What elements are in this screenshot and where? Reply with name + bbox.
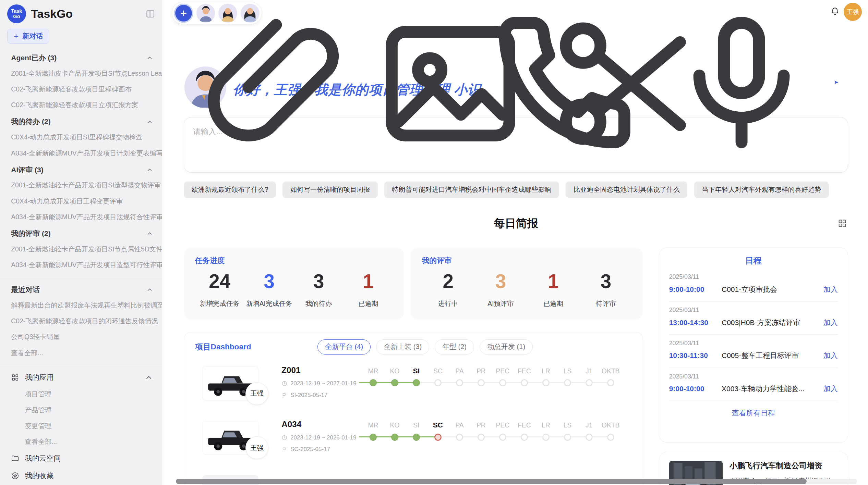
sidebar-collapse-icon[interactable] <box>146 9 155 18</box>
schedule-time: 9:00-10:00 <box>669 385 722 393</box>
microphone-icon[interactable] <box>657 0 826 167</box>
attachment-icon[interactable] <box>193 1 359 166</box>
section-title: 我的评审 (2) <box>11 229 50 238</box>
sidebar-recent-item[interactable]: C02-飞腾新能源轻客改款项目的闭环通告反馈情况 <box>0 313 162 329</box>
schedule-name: C005-整车工程目标评审 <box>722 351 823 360</box>
milestone-label: KO <box>390 420 400 431</box>
sidebar-recent-item[interactable]: 解释最新出台的欧盟报废车法规再生塑料比例被调至15%... <box>0 297 162 313</box>
milestone-dot <box>564 434 571 441</box>
suggestion-chip[interactable]: 如何写一份清晰的项目周报 <box>282 182 378 198</box>
user-avatar[interactable]: 王强 <box>844 3 862 21</box>
milestone-label: LS <box>563 365 571 376</box>
milestone-dot <box>542 379 550 386</box>
schedule-card: 日程 2025/03/119:00-10:00C001-立项审批会加入2025/… <box>659 248 848 442</box>
stat-value: 2 <box>422 271 474 292</box>
new-chat-button[interactable]: + 新对话 <box>7 29 49 44</box>
section-title: AI评审 (3) <box>11 165 43 175</box>
milestone-pr: PR <box>470 420 492 440</box>
stat-metric: 3新增AI完成任务 <box>244 271 294 308</box>
sidebar-task-item[interactable]: A034-全新新能源MUV产品开发项目法规符合性评审 <box>0 209 162 225</box>
sidebar-task-item[interactable]: A034-全新新能源MUV产品开发项目计划变更表编写 <box>0 145 162 161</box>
tab-all-new-platform[interactable]: 全新平台 (4) <box>317 339 371 355</box>
milestone-label: PR <box>477 365 486 376</box>
project-flag: SC-2025-05-17 <box>290 446 330 453</box>
sidebar-item-favorites[interactable]: 我的收藏 <box>0 467 162 485</box>
join-link[interactable]: 加入 <box>823 351 838 360</box>
sidebar-task-item[interactable]: A034-全新新能源MUV产品开发项目造型可行性评审 <box>0 257 162 273</box>
sidebar-task-item[interactable]: Z001-全新燃油轻卡产品开发项目SI节点属性5D文件评审 <box>0 241 162 257</box>
stat-label: 进行中 <box>422 299 474 308</box>
suggestion-chips: 欧洲新规最近颁布了什么? 如何写一份清晰的项目周报 特朗普可能对进口汽车增税会对… <box>184 182 851 198</box>
join-link[interactable]: 加入 <box>823 384 838 394</box>
sidebar-section-header[interactable]: AI评审 (3) <box>0 161 162 177</box>
suggestion-chip[interactable]: 比亚迪全固态电池计划具体说了什么 <box>566 182 687 198</box>
folder-icon <box>11 454 19 462</box>
tab-powertrain-dev[interactable]: 动总开发 (1) <box>480 339 533 355</box>
chevron-up-icon <box>145 373 153 382</box>
flag-icon <box>281 392 288 398</box>
schedule-date: 2025/03/11 <box>669 373 838 380</box>
sidebar-task-item[interactable]: C02-飞腾新能源轻客改款项目立项汇报方案 <box>0 97 162 113</box>
stat-label: 我的待办 <box>294 299 343 308</box>
milestone-fec: FEC <box>514 365 535 386</box>
milestone-sc: SC <box>427 365 449 386</box>
sidebar-section-header[interactable]: 我的评审 (2) <box>0 225 162 241</box>
milestone-oktb: OKTB <box>600 365 622 386</box>
sidebar-section-header[interactable]: Agent已办 (3) <box>0 49 162 65</box>
chat-input-box <box>184 117 848 172</box>
sidebar-item-my-apps[interactable]: 我的应用 <box>0 369 162 386</box>
view-all-schedule-link[interactable]: 查看所有日程 <box>659 401 848 425</box>
suggestion-chip[interactable]: 欧洲新规最近颁布了什么? <box>184 182 276 198</box>
sidebar-app-product-mgmt[interactable]: 产品管理 <box>0 402 162 418</box>
tab-all-new-body[interactable]: 全新上装 (3) <box>376 339 429 355</box>
project-row[interactable]: 王强 Z001 2023-12-19 ~ 2027-01-19 SI-2025-… <box>184 359 643 413</box>
sidebar-app-change-mgmt[interactable]: 变更管理 <box>0 418 162 434</box>
schedule-name: C003|H0B-方案冻结评审 <box>722 318 823 327</box>
phone-icon[interactable] <box>480 0 649 167</box>
sidebar-task-item[interactable]: C0X4-动力总成开发项目工程变更评审 <box>0 193 162 209</box>
stat-metric: 3我的待办 <box>294 271 343 308</box>
sidebar-recent-item[interactable]: 查看全部... <box>0 345 162 361</box>
project-owner-badge: 王强 <box>245 436 268 459</box>
project-dates: 2023-12-19 ~ 2026-01-19 <box>290 434 357 441</box>
add-agent-button[interactable]: + <box>174 4 193 23</box>
sidebar-task-item[interactable]: C02-飞腾新能源轻客改款项目里程碑画布 <box>0 81 162 97</box>
milestone-strip: MRKOSISCPAPRPECFECLRLSJ1OKTB <box>362 420 623 458</box>
sidebar-task-item[interactable]: Z001-全新燃油轻卡产品开发项目SI造型提交物评审 <box>0 177 162 193</box>
stat-label: 已逾期 <box>527 299 579 308</box>
suggestion-chip[interactable]: 当下年轻人对汽车外观有怎样的喜好趋势 <box>694 182 829 198</box>
sidebar-app-view-all[interactable]: 查看全部... <box>0 434 162 450</box>
milestone-label: SC <box>433 420 443 431</box>
sidebar-section-header[interactable]: 最近对话 <box>0 281 162 297</box>
sidebar-app-project-mgmt[interactable]: 项目管理 <box>0 386 162 402</box>
app-grid-icon <box>11 373 19 382</box>
project-row[interactable]: 王强 A034 2023-12-19 ~ 2026-01-19 SC-2025-… <box>184 413 643 467</box>
chevron-up-icon <box>146 54 153 61</box>
join-link[interactable]: 加入 <box>823 285 838 294</box>
sidebar-task-item[interactable]: C0X4-动力总成开发项目SI里程碑提交物检查 <box>0 129 162 145</box>
sidebar-section-header[interactable]: 我的待办 (2) <box>0 113 162 129</box>
stats-row: 任务进度24新增完成任务3新增AI完成任务3我的待办1已逾期我的评审2进行中3A… <box>184 248 643 320</box>
sidebar-recent-item[interactable]: 公司Q3轻卡销量 <box>0 329 162 345</box>
app-title: TaskGo <box>31 7 146 21</box>
horizontal-scrollbar-thumb[interactable] <box>176 479 806 484</box>
milestone-j1: J1 <box>578 365 600 386</box>
layout-grid-icon[interactable] <box>837 218 847 227</box>
milestone-label: PR <box>477 420 486 431</box>
sidebar-item-cloud-space[interactable]: 我的云空间 <box>0 450 162 467</box>
milestone-label: SC <box>433 365 443 376</box>
milestone-pa: PA <box>449 365 470 386</box>
schedule-time: 9:00-10:00 <box>669 285 722 294</box>
sidebar-recent-section: 最近对话解释最新出台的欧盟报废车法规再生塑料比例被调至15%...C02-飞腾新… <box>0 281 162 361</box>
join-link[interactable]: 加入 <box>823 318 838 327</box>
tab-year-model[interactable]: 年型 (2) <box>435 339 474 355</box>
milestone-dot <box>370 434 377 441</box>
sidebar-task-sections: Agent已办 (3)Z001-全新燃油皮卡产品开发项目SI节点Lesson L… <box>0 49 162 273</box>
divider <box>0 365 162 365</box>
project-dashboard-card: 项目Dashboard 全新平台 (4) 全新上装 (3) 年型 (2) 动总开… <box>184 332 643 485</box>
dashboard-title: 项目Dashboard <box>195 341 251 352</box>
suggestion-chip[interactable]: 特朗普可能对进口汽车增税会对中国车企造成哪些影响 <box>384 182 559 198</box>
sidebar-task-item[interactable]: Z001-全新燃油皮卡产品开发项目SI节点Lesson Learn报告 <box>0 65 162 81</box>
stat-label: AI预评审 <box>474 299 527 308</box>
send-icon[interactable] <box>834 77 839 87</box>
